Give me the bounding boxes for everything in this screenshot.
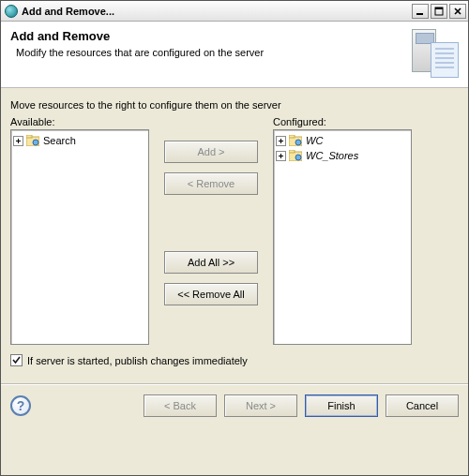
expand-icon[interactable] <box>276 151 286 161</box>
page-subtitle: Modify the resources that are configured… <box>16 47 404 58</box>
svg-point-14 <box>295 140 301 145</box>
finish-button[interactable]: Finish <box>305 394 378 417</box>
app-icon <box>5 5 18 18</box>
cancel-button[interactable]: Cancel <box>386 394 459 417</box>
back-button[interactable]: < Back <box>144 394 217 417</box>
module-icon <box>26 135 39 146</box>
publish-checkbox[interactable] <box>10 354 23 366</box>
wizard-body: Move resources to the right to configure… <box>1 88 468 370</box>
minimize-button[interactable] <box>412 4 429 19</box>
wizard-header: Add and Remove Modify the resources that… <box>1 22 468 88</box>
svg-point-9 <box>33 140 38 145</box>
tree-item-label: Search <box>42 135 77 146</box>
transfer-buttons: Add > < Remove Add All >> << Remove All <box>155 116 267 305</box>
remove-button[interactable]: < Remove <box>164 172 258 195</box>
svg-rect-13 <box>289 135 295 138</box>
configured-label: Configured: <box>273 116 412 127</box>
svg-rect-18 <box>289 150 295 153</box>
module-icon <box>289 150 302 161</box>
tree-item[interactable]: Search <box>13 133 146 148</box>
tree-item-label: WC_Stores <box>305 150 359 161</box>
add-all-button[interactable]: Add All >> <box>164 251 258 274</box>
tree-item-label: WC <box>305 135 324 146</box>
publish-checkbox-label: If server is started, publish changes im… <box>27 355 248 366</box>
page-title: Add and Remove <box>10 29 404 43</box>
configured-list[interactable]: WC WC_Stores <box>273 129 412 345</box>
svg-point-19 <box>295 155 301 160</box>
window-title: Add and Remove... <box>22 6 410 17</box>
instruction-text: Move resources to the right to configure… <box>10 99 459 111</box>
publish-checkbox-row[interactable]: If server is started, publish changes im… <box>10 354 459 366</box>
help-icon[interactable]: ? <box>10 395 31 416</box>
remove-all-button[interactable]: << Remove All <box>164 283 258 305</box>
available-column: Available: Search <box>10 116 149 345</box>
svg-rect-8 <box>26 135 32 138</box>
tree-item[interactable]: WC_Stores <box>276 148 409 163</box>
expand-icon[interactable] <box>276 136 286 146</box>
header-graphic-icon <box>410 29 459 78</box>
add-button[interactable]: Add > <box>164 141 258 163</box>
expand-icon[interactable] <box>13 136 23 146</box>
close-button[interactable] <box>449 4 466 19</box>
wizard-footer: ? < Back Next > Finish Cancel <box>1 384 468 427</box>
configured-column: Configured: WC <box>273 116 412 345</box>
tree-item[interactable]: WC <box>276 133 409 148</box>
next-button[interactable]: Next > <box>224 394 297 417</box>
maximize-button[interactable] <box>431 4 447 19</box>
title-bar: Add and Remove... <box>1 1 468 22</box>
module-icon <box>289 135 302 146</box>
available-label: Available: <box>10 116 149 127</box>
available-list[interactable]: Search <box>10 129 149 345</box>
